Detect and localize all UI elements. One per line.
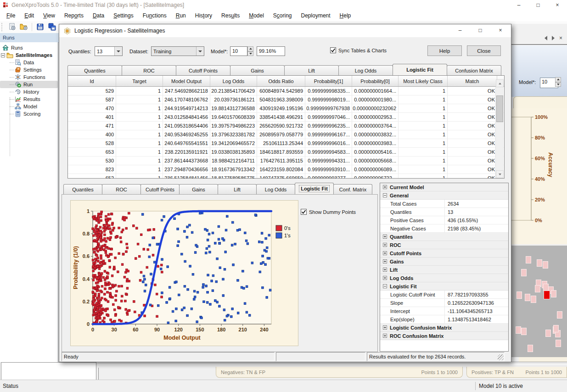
table-row[interactable]: 5871246.17074810676220.03973618612150483… [68,95,504,104]
chevron-down-icon[interactable] [114,47,122,56]
sidebar-item-data[interactable]: Data [0,59,58,66]
spin-up-icon[interactable] [555,77,561,82]
sidebar-item-functions[interactable]: Functions [0,73,58,81]
save-run-as-button[interactable] [46,22,57,32]
model-tree-item-positive-cases[interactable]: Positive Cases436 (16.55%) [380,216,508,224]
column-header-probability-0[interactable]: Probability[0] [352,76,399,86]
menu-model[interactable]: Model [244,11,269,21]
menu-data[interactable]: Data [88,11,109,21]
tab-quantiles[interactable]: Quantiles [63,184,102,194]
column-header-target[interactable]: Target [116,76,163,86]
menu-file[interactable]: File [2,11,20,21]
menu-run[interactable]: Run [171,11,191,21]
model-tree-item-negative-cases[interactable]: Negative Cases2198 (83.45%) [380,224,508,233]
model-accuracy-field[interactable]: 99.16% [257,46,285,56]
menu-history[interactable]: History [191,11,217,21]
run-settings-button[interactable] [18,22,29,32]
model-tree-item-exp-slope[interactable]: Exp(slope)1.13487513418462 [380,315,508,324]
dataset-combo[interactable]: Training [151,46,204,56]
model-tree-section-general[interactable]: General [380,191,508,200]
expander-plus-icon[interactable] [383,325,387,330]
tab-gains[interactable]: Gains [179,184,218,194]
tab-cutoff-points[interactable]: Cutoff Points [140,184,180,194]
menu-view[interactable]: View [39,11,60,21]
tab-logistic-fit[interactable]: Logistic Fit [295,183,334,194]
new-run-button[interactable] [6,22,17,32]
show-dummy-points-checkbox[interactable] [301,209,307,215]
tab-log-odds[interactable]: Log Odds [256,184,295,194]
help-button[interactable]: Help [427,45,462,56]
model-tree-section-log-odds[interactable]: Log Odds [380,274,508,282]
tab-confusion-matrix[interactable]: Confusion Matrix [447,65,501,75]
close-button[interactable]: Close [467,45,501,56]
sidebar-item-settings[interactable]: Settings [0,66,58,73]
sidebar-item-runs[interactable]: Runs [0,44,58,51]
sidebar-item-model[interactable]: Model [0,103,58,110]
table-scrollbar[interactable] [495,87,504,178]
expander-plus-icon[interactable] [383,251,387,255]
table-row[interactable]: 6531238.22013591192119.03380381358931846… [68,148,504,157]
table-row[interactable]: 6521236.51258484145618.81775895867751497… [68,174,504,179]
column-header-odds-ratio[interactable]: Odds Ratio [257,76,305,86]
scroll-down-icon[interactable] [496,170,504,178]
toolbar-grip[interactable] [1,23,4,31]
model-tree-item-total-cases[interactable]: Total Cases2634 [380,200,508,208]
sidebar-item-results[interactable]: Results [0,95,58,103]
tab-log-odds[interactable]: Log Odds [338,65,393,75]
model-tree-section-cutoff-points[interactable]: Cutoff Points [380,249,508,258]
minimize-icon[interactable]: – [509,0,528,10]
menu-results[interactable]: Results [217,11,244,21]
table-row[interactable]: 4711241.09531865440619.39757949862232656… [68,122,504,130]
tab-lift[interactable]: Lift [284,65,339,75]
model-tree-item-quantiles[interactable]: Quantiles13 [380,208,508,216]
dialog-minimize-icon[interactable]: – [454,25,466,35]
tab-lift[interactable]: Lift [218,184,257,194]
model-tree-item-logistic-cutoff-point[interactable]: Logistic Cutoff Point87.782197093355 [380,291,508,299]
menu-settings[interactable]: Settings [109,11,138,21]
expander-plus-icon[interactable] [383,235,387,239]
expander-plus-icon[interactable] [383,268,387,272]
sidebar-item-history[interactable]: History [0,88,58,95]
table-row[interactable]: 5281240.64976554155119.34120694655722510… [68,139,504,148]
expander-plus-icon[interactable] [383,259,387,263]
chevron-down-icon[interactable] [196,47,204,56]
sidebar-item-run[interactable]: Run [0,81,58,88]
menu-scoring[interactable]: Scoring [269,11,297,21]
close-icon[interactable]: × [548,0,567,10]
tab-roc[interactable]: ROC [102,184,141,194]
model-tree-section-lift[interactable]: Lift [380,266,508,274]
model-tree-item-intercept[interactable]: Intercept-11.1064345265713 [380,307,508,315]
expander-minus-icon[interactable] [1,53,5,57]
tab-quantiles[interactable]: Quantiles [67,65,122,75]
scroll-up-icon[interactable] [496,79,504,87]
nav-forward-icon[interactable] [552,36,555,40]
column-header-id[interactable]: Id [68,76,116,86]
sidebar-item-satelliteimages[interactable]: SatelliteImages [0,51,58,59]
nav-close-icon[interactable]: × [559,36,562,40]
tab-logistic-fit[interactable]: Logistic Fit [393,64,447,75]
tab-roc[interactable]: ROC [122,65,176,75]
expander-plus-icon[interactable] [383,185,387,189]
tab-cutoff-points[interactable]: Cutoff Points [176,65,230,75]
table-row[interactable]: 8231237.29487043665618.91673679133421642… [68,165,504,174]
model-tree-section-gains[interactable]: Gains [380,258,508,266]
model-tree-item-slope[interactable]: Slope0.126522630947136 [380,299,508,307]
expander-plus-icon[interactable] [383,334,387,338]
column-header-most-likely-class[interactable]: Most Likely Class [399,76,448,86]
model-tree-section-roc-confusion-matrix[interactable]: ROC Confusion Matrix [380,332,508,340]
quantiles-combo[interactable]: 13 [95,46,123,56]
menu-functions[interactable]: Functions [138,11,171,21]
dialog-maximize-icon[interactable]: □ [474,25,486,35]
scrollbar-thumb[interactable] [496,95,503,122]
expander-plus-icon[interactable] [383,243,387,247]
sidebar-item-scoring[interactable]: Scoring [0,110,58,118]
table-row[interactable]: 4701244.91954971421319.88143127365884309… [68,104,504,113]
resize-grip[interactable] [498,354,504,360]
model-tree-section-quantiles[interactable]: Quantiles [380,233,508,241]
dialog-close-icon[interactable]: × [494,25,506,35]
table-row[interactable]: 4001240.95346924525519.37963233817822608… [68,130,504,139]
maximize-icon[interactable]: □ [528,0,548,10]
model-tree-section-current-model[interactable]: Current Model [380,183,508,191]
tab-gains[interactable]: Gains [230,65,285,75]
expander-plus-icon[interactable] [383,276,387,280]
